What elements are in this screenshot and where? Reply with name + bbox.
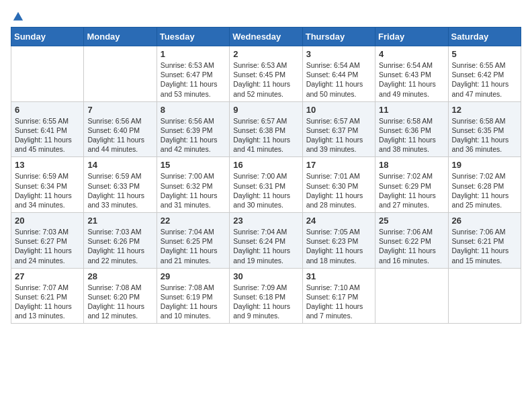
weekday-header-wednesday: Wednesday <box>230 28 302 46</box>
calendar-cell: 11Sunrise: 6:58 AMSunset: 6:36 PMDayligh… <box>375 101 448 157</box>
calendar-cell: 29Sunrise: 7:08 AMSunset: 6:19 PMDayligh… <box>157 268 229 324</box>
svg-marker-0 <box>13 12 23 21</box>
calendar-cell <box>11 46 84 102</box>
calendar-week-row: 6Sunrise: 6:55 AMSunset: 6:41 PMDaylight… <box>11 101 521 157</box>
calendar-cell: 3Sunrise: 6:54 AMSunset: 6:44 PMDaylight… <box>302 46 375 102</box>
day-info: Sunrise: 7:09 AMSunset: 6:18 PMDaylight:… <box>233 283 298 321</box>
calendar-cell: 5Sunrise: 6:55 AMSunset: 6:42 PMDaylight… <box>448 46 521 102</box>
calendar-table: SundayMondayTuesdayWednesdayThursdayFrid… <box>11 27 521 324</box>
calendar-cell: 16Sunrise: 7:00 AMSunset: 6:31 PMDayligh… <box>230 157 302 213</box>
day-number: 23 <box>233 216 298 226</box>
day-info: Sunrise: 7:00 AMSunset: 6:31 PMDaylight:… <box>233 171 298 210</box>
day-info: Sunrise: 7:10 AMSunset: 6:17 PMDaylight:… <box>306 283 371 321</box>
day-info: Sunrise: 6:54 AMSunset: 6:43 PMDaylight:… <box>379 60 444 99</box>
weekday-header-row: SundayMondayTuesdayWednesdayThursdayFrid… <box>11 28 521 46</box>
calendar-cell: 30Sunrise: 7:09 AMSunset: 6:18 PMDayligh… <box>230 268 302 324</box>
day-number: 10 <box>306 105 371 115</box>
calendar-cell: 17Sunrise: 7:01 AMSunset: 6:30 PMDayligh… <box>302 157 375 213</box>
day-number: 26 <box>452 216 517 226</box>
day-number: 25 <box>379 216 444 226</box>
day-number: 12 <box>452 105 517 115</box>
calendar-cell: 24Sunrise: 7:05 AMSunset: 6:23 PMDayligh… <box>302 213 375 269</box>
weekday-header-sunday: Sunday <box>11 28 84 46</box>
day-number: 24 <box>306 216 371 226</box>
day-info: Sunrise: 6:53 AMSunset: 6:47 PMDaylight:… <box>161 60 226 99</box>
calendar-cell: 22Sunrise: 7:04 AMSunset: 6:25 PMDayligh… <box>157 213 229 269</box>
calendar-cell <box>375 268 448 324</box>
day-number: 6 <box>15 105 80 115</box>
day-info: Sunrise: 7:02 AMSunset: 6:29 PMDaylight:… <box>379 171 444 210</box>
day-number: 4 <box>379 49 444 59</box>
day-number: 16 <box>233 160 298 170</box>
day-number: 9 <box>233 105 298 115</box>
calendar-cell: 26Sunrise: 7:06 AMSunset: 6:21 PMDayligh… <box>448 213 521 269</box>
day-info: Sunrise: 7:08 AMSunset: 6:19 PMDaylight:… <box>161 283 226 321</box>
page-header <box>11 11 521 19</box>
calendar-cell: 14Sunrise: 6:59 AMSunset: 6:33 PMDayligh… <box>84 157 157 213</box>
day-info: Sunrise: 6:56 AMSunset: 6:39 PMDaylight:… <box>161 116 226 154</box>
weekday-header-tuesday: Tuesday <box>157 28 229 46</box>
weekday-header-monday: Monday <box>84 28 157 46</box>
calendar-cell: 8Sunrise: 6:56 AMSunset: 6:39 PMDaylight… <box>157 101 229 157</box>
calendar-cell: 28Sunrise: 7:08 AMSunset: 6:20 PMDayligh… <box>84 268 157 324</box>
day-number: 30 <box>233 271 298 281</box>
day-number: 7 <box>87 105 152 115</box>
day-number: 8 <box>161 105 226 115</box>
calendar-cell: 20Sunrise: 7:03 AMSunset: 6:27 PMDayligh… <box>11 213 84 269</box>
calendar-cell: 27Sunrise: 7:07 AMSunset: 6:21 PMDayligh… <box>11 268 84 324</box>
day-info: Sunrise: 6:54 AMSunset: 6:44 PMDaylight:… <box>306 60 371 99</box>
calendar-cell: 9Sunrise: 6:57 AMSunset: 6:38 PMDaylight… <box>230 101 302 157</box>
day-number: 18 <box>379 160 444 170</box>
calendar-cell: 31Sunrise: 7:10 AMSunset: 6:17 PMDayligh… <box>302 268 375 324</box>
day-info: Sunrise: 7:02 AMSunset: 6:28 PMDaylight:… <box>452 171 517 210</box>
day-number: 1 <box>161 49 226 59</box>
calendar-week-row: 20Sunrise: 7:03 AMSunset: 6:27 PMDayligh… <box>11 213 521 269</box>
weekday-header-thursday: Thursday <box>302 28 375 46</box>
day-info: Sunrise: 6:59 AMSunset: 6:33 PMDaylight:… <box>87 171 152 210</box>
day-info: Sunrise: 6:53 AMSunset: 6:45 PMDaylight:… <box>233 60 298 99</box>
calendar-cell: 25Sunrise: 7:06 AMSunset: 6:22 PMDayligh… <box>375 213 448 269</box>
day-number: 5 <box>452 49 517 59</box>
calendar-cell: 2Sunrise: 6:53 AMSunset: 6:45 PMDaylight… <box>230 46 302 102</box>
calendar-cell <box>448 268 521 324</box>
day-number: 21 <box>87 216 152 226</box>
calendar-cell: 23Sunrise: 7:04 AMSunset: 6:24 PMDayligh… <box>230 213 302 269</box>
day-info: Sunrise: 6:56 AMSunset: 6:40 PMDaylight:… <box>87 116 152 154</box>
calendar-week-row: 1Sunrise: 6:53 AMSunset: 6:47 PMDaylight… <box>11 46 521 102</box>
day-info: Sunrise: 6:57 AMSunset: 6:38 PMDaylight:… <box>233 116 298 154</box>
day-info: Sunrise: 7:08 AMSunset: 6:20 PMDaylight:… <box>87 283 152 321</box>
calendar-cell: 19Sunrise: 7:02 AMSunset: 6:28 PMDayligh… <box>448 157 521 213</box>
weekday-header-friday: Friday <box>375 28 448 46</box>
day-info: Sunrise: 7:03 AMSunset: 6:27 PMDaylight:… <box>15 227 80 265</box>
logo-icon <box>12 11 24 23</box>
day-number: 13 <box>15 160 80 170</box>
calendar-week-row: 13Sunrise: 6:59 AMSunset: 6:34 PMDayligh… <box>11 157 521 213</box>
day-info: Sunrise: 7:04 AMSunset: 6:25 PMDaylight:… <box>161 227 226 265</box>
logo <box>11 11 24 19</box>
day-info: Sunrise: 7:06 AMSunset: 6:22 PMDaylight:… <box>379 227 444 265</box>
calendar-cell: 4Sunrise: 6:54 AMSunset: 6:43 PMDaylight… <box>375 46 448 102</box>
calendar-cell: 13Sunrise: 6:59 AMSunset: 6:34 PMDayligh… <box>11 157 84 213</box>
day-number: 31 <box>306 271 371 281</box>
day-number: 11 <box>379 105 444 115</box>
day-info: Sunrise: 6:58 AMSunset: 6:35 PMDaylight:… <box>452 116 517 154</box>
day-info: Sunrise: 6:55 AMSunset: 6:42 PMDaylight:… <box>452 60 517 99</box>
calendar-cell: 12Sunrise: 6:58 AMSunset: 6:35 PMDayligh… <box>448 101 521 157</box>
calendar-cell: 21Sunrise: 7:03 AMSunset: 6:26 PMDayligh… <box>84 213 157 269</box>
day-info: Sunrise: 7:03 AMSunset: 6:26 PMDaylight:… <box>87 227 152 265</box>
day-number: 20 <box>15 216 80 226</box>
day-info: Sunrise: 6:58 AMSunset: 6:36 PMDaylight:… <box>379 116 444 154</box>
day-number: 14 <box>87 160 152 170</box>
day-number: 15 <box>161 160 226 170</box>
day-number: 17 <box>306 160 371 170</box>
day-info: Sunrise: 7:04 AMSunset: 6:24 PMDaylight:… <box>233 227 298 265</box>
day-info: Sunrise: 7:07 AMSunset: 6:21 PMDaylight:… <box>15 283 80 321</box>
weekday-header-saturday: Saturday <box>448 28 521 46</box>
calendar-cell: 15Sunrise: 7:00 AMSunset: 6:32 PMDayligh… <box>157 157 229 213</box>
day-number: 27 <box>15 271 80 281</box>
day-info: Sunrise: 6:55 AMSunset: 6:41 PMDaylight:… <box>15 116 80 154</box>
calendar-cell: 7Sunrise: 6:56 AMSunset: 6:40 PMDaylight… <box>84 101 157 157</box>
day-number: 28 <box>87 271 152 281</box>
calendar-week-row: 27Sunrise: 7:07 AMSunset: 6:21 PMDayligh… <box>11 268 521 324</box>
day-number: 29 <box>161 271 226 281</box>
